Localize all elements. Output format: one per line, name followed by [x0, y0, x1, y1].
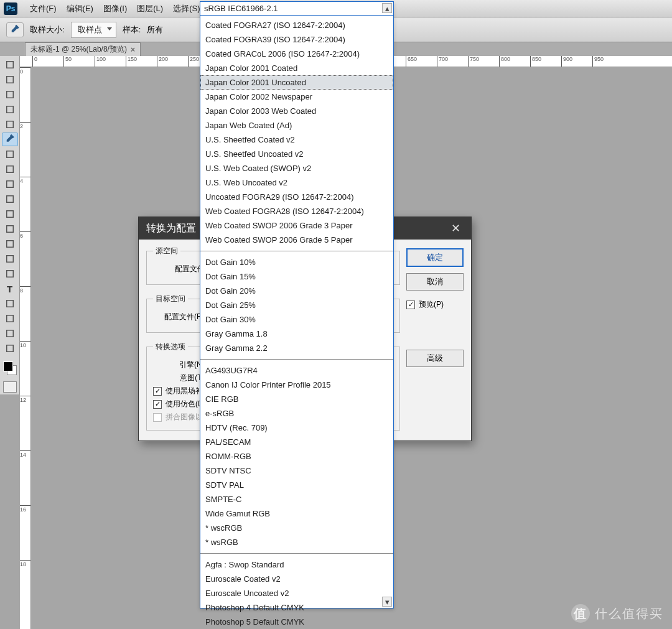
profile-option[interactable]: Japan Color 2001 Coated [200, 61, 393, 75]
profile-option[interactable]: Japan Color 2003 Web Coated [200, 104, 393, 118]
svg-rect-0 [6, 62, 13, 68]
profile-option[interactable]: ROMM-RGB [200, 449, 393, 464]
profile-option[interactable]: Web Coated SWOP 2006 Grade 5 Paper [200, 233, 393, 247]
profile-option[interactable]: Agfa : Swop Standard [200, 557, 393, 572]
svg-rect-5 [6, 151, 13, 158]
hand-tool[interactable] [2, 327, 18, 340]
advanced-button[interactable]: 高级 [406, 350, 464, 367]
dest-legend: 目标空间 [153, 294, 188, 304]
rect-tool[interactable] [2, 312, 18, 325]
eyedropper-tool-icon[interactable] [6, 22, 24, 37]
svg-rect-8 [6, 196, 13, 203]
profile-option[interactable]: Dot Gain 30% [200, 312, 393, 327]
toolbox: T [0, 56, 20, 394]
svg-rect-12 [6, 256, 13, 263]
svg-rect-13 [6, 271, 13, 277]
dodge-tool[interactable] [2, 252, 18, 266]
path-tool[interactable] [2, 297, 18, 310]
quickmask-icon[interactable] [3, 381, 17, 393]
profile-option[interactable]: Euroscale Coated v2 [200, 572, 393, 586]
eyedropper-tool[interactable] [2, 133, 18, 146]
ruler-vertical: 024681012141618 [20, 67, 31, 629]
stamp-tool[interactable] [2, 177, 18, 191]
cancel-button[interactable]: 取消 [406, 273, 464, 291]
profile-option[interactable]: Japan Color 2002 Newspaper [200, 90, 393, 104]
profile-option[interactable]: Uncoated FOGRA29 (ISO 12647-2:2004) [200, 190, 393, 204]
source-profile-label: 配置文件: [153, 264, 207, 274]
profile-option[interactable]: Japan Web Coated (Ad) [200, 118, 393, 133]
profile-option[interactable]: Gray Gamma 1.8 [200, 327, 393, 341]
gradient-tool[interactable] [2, 222, 18, 236]
history-tool[interactable] [2, 192, 18, 206]
profile-option[interactable]: AG493UG7R4 [200, 363, 393, 378]
menu-item[interactable]: 文件(F) [25, 1, 62, 17]
chevron-down-icon[interactable]: ▾ [382, 597, 392, 607]
profile-option[interactable]: SDTV NTSC [200, 464, 393, 478]
marquee-tool[interactable] [2, 73, 18, 86]
menu-item[interactable]: 图层(L) [132, 1, 168, 17]
profile-option[interactable]: Dot Gain 10% [200, 255, 393, 269]
app-logo: Ps [4, 2, 17, 15]
profile-option[interactable]: Dot Gain 20% [200, 284, 393, 298]
dropdown-current[interactable]: sRGB IEC61966-2.1 [200, 2, 393, 16]
profile-option[interactable]: U.S. Sheetfed Uncoated v2 [200, 147, 393, 161]
chevron-up-icon[interactable]: ▴ [382, 3, 392, 13]
brush-tool[interactable] [2, 162, 18, 176]
blur-tool[interactable] [2, 237, 18, 251]
sample-size-dropdown[interactable]: 取样点 [71, 22, 116, 38]
crop-tool[interactable] [2, 118, 18, 131]
profile-option[interactable]: Euroscale Uncoated v2 [200, 586, 393, 600]
text-tool[interactable]: T [2, 282, 18, 296]
profile-option[interactable]: Photoshop 4 Default CMYK [200, 600, 393, 615]
document-tab[interactable]: 未标题-1 @ 25%(Lab/8/预览) × [25, 42, 141, 56]
profile-option[interactable]: U.S. Web Uncoated v2 [200, 175, 393, 190]
profile-option[interactable]: U.S. Web Coated (SWOP) v2 [200, 161, 393, 175]
profile-option[interactable]: Wide Gamut RGB [200, 506, 393, 521]
svg-rect-15 [6, 315, 13, 322]
close-icon[interactable]: × [131, 45, 135, 54]
move-tool[interactable] [2, 58, 18, 72]
engine-label: 引擎(N): [153, 360, 207, 370]
eraser-tool[interactable] [2, 207, 18, 221]
profile-option[interactable]: Dot Gain 15% [200, 269, 393, 284]
dest-profile-label: 配置文件(R): [153, 312, 207, 322]
conv-legend: 转换选项 [153, 342, 188, 352]
profile-option[interactable]: HDTV (Rec. 709) [200, 421, 393, 435]
menu-item[interactable]: 编辑(E) [62, 1, 98, 17]
profile-option[interactable]: Coated FOGRA39 (ISO 12647-2:2004) [200, 32, 393, 47]
profile-option[interactable]: SDTV PAL [200, 478, 393, 492]
svg-rect-16 [6, 330, 13, 337]
dialog-title: 转换为配置 [146, 222, 196, 235]
profile-option[interactable]: Web Coated FOGRA28 (ISO 12647-2:2004) [200, 204, 393, 218]
sample-label: 样本: [123, 24, 141, 35]
profile-option[interactable]: Coated FOGRA27 (ISO 12647-2:2004) [200, 18, 393, 32]
pen-tool[interactable] [2, 267, 18, 281]
preview-checkbox[interactable]: 预览(P) [406, 299, 464, 310]
svg-rect-1 [6, 77, 13, 83]
profile-option[interactable]: Coated GRACoL 2006 (ISO 12647-2:2004) [200, 47, 393, 61]
profile-option[interactable]: Dot Gain 25% [200, 298, 393, 312]
color-swatch[interactable] [2, 360, 18, 376]
zoom-tool[interactable] [2, 342, 18, 355]
profile-option[interactable]: Canon IJ Color Printer Profile 2015 [200, 378, 393, 392]
profile-option[interactable]: U.S. Sheetfed Coated v2 [200, 133, 393, 147]
profile-option[interactable]: SMPTE-C [200, 492, 393, 506]
svg-rect-2 [6, 91, 13, 98]
profile-option[interactable]: e-sRGB [200, 406, 393, 421]
profile-option[interactable]: * wsRGB [200, 535, 393, 549]
profile-option[interactable]: Gray Gamma 2.2 [200, 341, 393, 355]
close-icon[interactable]: ✕ [447, 220, 464, 236]
profile-option[interactable]: PAL/SECAM [200, 435, 393, 449]
wand-tool[interactable] [2, 103, 18, 116]
lasso-tool[interactable] [2, 88, 18, 101]
profile-option[interactable]: * wscRGB [200, 521, 393, 535]
profile-option[interactable]: Web Coated SWOP 2006 Grade 3 Paper [200, 218, 393, 233]
profile-option[interactable]: Japan Color 2001 Uncoated [200, 75, 393, 90]
sample-value[interactable]: 所有 [147, 24, 163, 35]
profile-option[interactable]: CIE RGB [200, 392, 393, 406]
menu-item[interactable]: 图像(I) [98, 1, 132, 17]
ok-button[interactable]: 确定 [406, 248, 464, 267]
profile-dropdown[interactable]: ▴ sRGB IEC61966-2.1 Coated FOGRA27 (ISO … [200, 1, 394, 608]
profile-option[interactable]: Photoshop 5 Default CMYK [200, 615, 393, 629]
heal-tool[interactable] [2, 147, 18, 161]
